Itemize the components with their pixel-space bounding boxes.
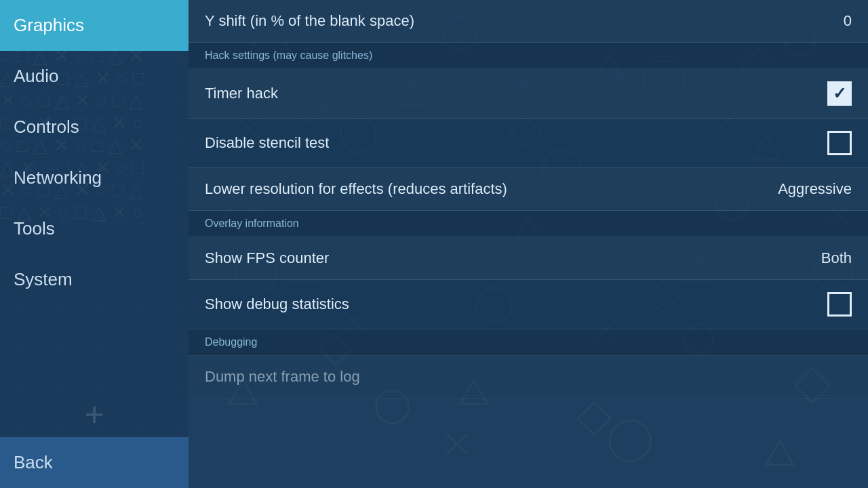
- sidebar-item-audio[interactable]: Audio: [0, 51, 189, 102]
- sidebar-label-graphics: Graphics: [14, 15, 84, 35]
- svg-point-12: [610, 421, 650, 462]
- settings-content: Y shift (in % of the blank space) 0 Hack…: [189, 0, 868, 399]
- debug-stats-label: Show debug statistics: [205, 296, 349, 313]
- y-shift-setting[interactable]: Y shift (in % of the blank space) 0: [189, 0, 868, 43]
- lower-resolution-label: Lower resolution for effects (reduces ar…: [205, 180, 507, 198]
- section-overlay-header: Overlay information: [189, 211, 868, 237]
- sidebar-label-tools: Tools: [14, 218, 55, 239]
- timer-hack-checkbox[interactable]: [827, 81, 852, 106]
- y-shift-value: 0: [844, 12, 852, 30]
- section-debug-header: Debugging: [189, 329, 868, 356]
- sidebar-item-graphics[interactable]: Graphics: [0, 0, 189, 51]
- lower-resolution-value: Aggressive: [778, 180, 852, 198]
- disable-stencil-label: Disable stencil test: [205, 134, 329, 152]
- svg-line-44: [447, 434, 467, 455]
- sidebar-item-system[interactable]: System: [0, 254, 189, 305]
- debug-stats-setting[interactable]: Show debug statistics: [189, 280, 868, 329]
- sidebar-label-networking: Networking: [14, 167, 102, 188]
- dump-frame-label: Dump next frame to log: [205, 368, 360, 386]
- disable-stencil-setting[interactable]: Disable stencil test: [189, 119, 868, 168]
- timer-hack-setting[interactable]: Timer hack: [189, 69, 868, 119]
- lower-resolution-setting[interactable]: Lower resolution for effects (reduces ar…: [189, 168, 868, 211]
- sidebar-label-controls: Controls: [14, 117, 79, 137]
- sidebar-item-tools[interactable]: Tools: [0, 203, 189, 254]
- fps-counter-label: Show FPS counter: [205, 249, 329, 267]
- sidebar-item-networking[interactable]: Networking: [0, 152, 189, 203]
- y-shift-label: Y shift (in % of the blank space): [205, 12, 414, 30]
- fps-counter-value: Both: [821, 249, 852, 267]
- sidebar-label-system: System: [14, 269, 73, 289]
- sidebar-item-controls[interactable]: Controls: [0, 102, 189, 152]
- svg-marker-30: [766, 441, 793, 465]
- sidebar-label-audio: Audio: [14, 66, 59, 86]
- timer-hack-label: Timer hack: [205, 85, 278, 102]
- section-overlay-label: Overlay information: [205, 218, 299, 229]
- main-content: Y shift (in % of the blank space) 0 Hack…: [189, 0, 868, 488]
- sidebar: ✕ ○ □ △ ✕ ○ □ △ □ △ ✕ ○ □ △ ✕ ○ ○ □ △ ✕ …: [0, 0, 189, 488]
- fps-counter-setting[interactable]: Show FPS counter Both: [189, 237, 868, 280]
- dump-frame-setting[interactable]: Dump next frame to log: [189, 356, 868, 399]
- sidebar-back-label: Back: [14, 452, 53, 472]
- section-hack-label: Hack settings (may cause glitches): [205, 49, 372, 61]
- section-hack-header: Hack settings (may cause glitches): [189, 43, 868, 69]
- sidebar-back-button[interactable]: Back: [0, 437, 189, 488]
- svg-line-43: [447, 434, 467, 455]
- section-debug-label: Debugging: [205, 336, 257, 348]
- svg-rect-21: [578, 402, 610, 434]
- disable-stencil-checkbox[interactable]: [827, 131, 852, 155]
- sidebar-plus-icon: +: [84, 394, 104, 434]
- debug-stats-checkbox[interactable]: [827, 292, 852, 317]
